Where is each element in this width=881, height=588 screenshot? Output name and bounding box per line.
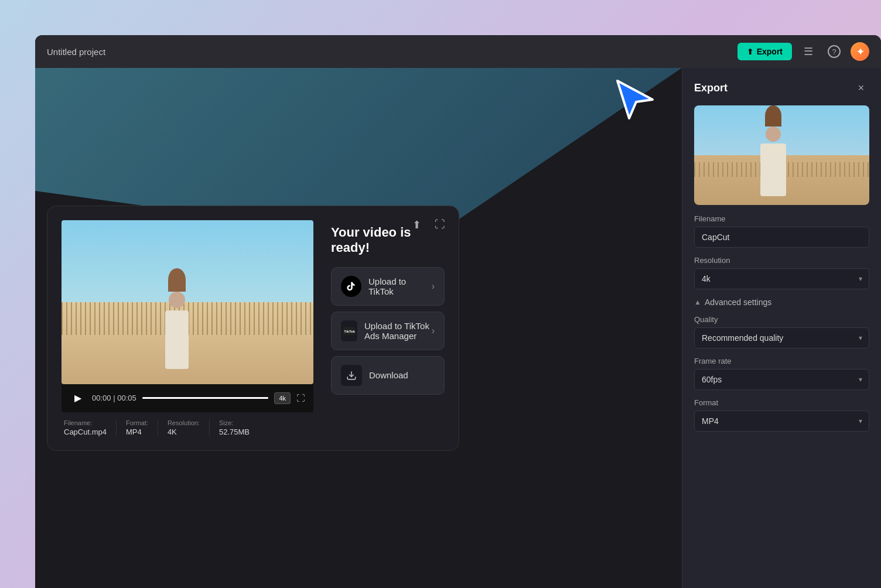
thumb-scene bbox=[694, 105, 869, 205]
tiktok-ads-icon: TikTok bbox=[341, 320, 357, 341]
chevron-right-icon-2: › bbox=[432, 326, 435, 336]
play-icon: ▶ bbox=[74, 392, 81, 404]
close-icon: × bbox=[858, 82, 865, 94]
export-button[interactable]: ⬆ Export bbox=[737, 43, 792, 60]
tiktok-icon bbox=[341, 276, 361, 297]
player-fullscreen-button[interactable]: ⛶ bbox=[296, 393, 305, 403]
framerate-select[interactable]: 60fps bbox=[694, 369, 869, 390]
download-icon bbox=[341, 365, 362, 386]
top-bar-actions: ⬆ Export ☰ ? ✦ bbox=[737, 42, 869, 61]
play-button[interactable]: ▶ bbox=[70, 390, 86, 406]
advanced-settings-toggle[interactable]: ▲ Advanced settings bbox=[694, 298, 771, 307]
progress-bar[interactable] bbox=[142, 397, 269, 399]
modal-overlay: ⬆ ⛶ bbox=[47, 80, 459, 576]
export-panel-header: Export × bbox=[694, 80, 869, 96]
format-select-wrapper: MP4 ▾ bbox=[694, 411, 869, 432]
filename-info: Filename: CapCut.mp4 bbox=[64, 419, 107, 436]
upload-tiktok-label: Upload to TikTok bbox=[368, 276, 432, 296]
size-value: 52.75MB bbox=[219, 428, 250, 436]
filename-value: CapCut.mp4 bbox=[64, 428, 107, 436]
menu-icon: ☰ bbox=[804, 45, 813, 58]
upload-tiktok-ads-left: TikTok Upload to TikTok Ads Manager bbox=[341, 320, 432, 341]
size-label: Size: bbox=[219, 419, 250, 426]
resolution-label: Resolution: bbox=[168, 419, 200, 426]
resolution-value: 4K bbox=[168, 428, 200, 436]
project-title: Untitled project bbox=[47, 47, 105, 57]
resolution-info: Resolution: 4K bbox=[168, 419, 200, 436]
help-icon: ? bbox=[828, 45, 841, 58]
upload-tiktok-button[interactable]: Upload to TikTok › bbox=[331, 267, 445, 306]
upload-tiktok-left: Upload to TikTok bbox=[341, 276, 432, 297]
player-controls: ▶ 00:00 | 00:05 4k bbox=[62, 384, 313, 412]
upload-tiktok-ads-button[interactable]: TikTok Upload to TikTok Ads Manager › bbox=[331, 312, 445, 350]
player-fullscreen-icon: ⛶ bbox=[296, 393, 305, 403]
time-display: 00:00 | 00:05 bbox=[92, 394, 136, 402]
share-icon-button[interactable]: ⬆ bbox=[407, 216, 426, 234]
thumb-person-hair bbox=[765, 105, 781, 127]
svg-text:TikTok: TikTok bbox=[344, 329, 355, 333]
framerate-field-label: Frame rate bbox=[694, 357, 869, 365]
size-info: Size: 52.75MB bbox=[219, 419, 250, 436]
resolution-select-wrapper: 4k ▾ bbox=[694, 268, 869, 289]
avatar-icon: ✦ bbox=[856, 46, 864, 57]
person-hair bbox=[168, 268, 186, 292]
close-button[interactable]: × bbox=[853, 80, 869, 96]
scene-bg bbox=[62, 220, 313, 384]
thumb-person-head bbox=[766, 127, 781, 142]
preview-thumbnail bbox=[694, 105, 869, 205]
framerate-select-wrapper: 60fps ▾ bbox=[694, 369, 869, 390]
top-bar: Untitled project ⬆ Export ☰ ? ✦ bbox=[35, 35, 881, 68]
app-window: Untitled project ⬆ Export ☰ ? ✦ bbox=[35, 35, 881, 588]
avatar-button[interactable]: ✦ bbox=[851, 42, 869, 61]
card-body: ▶ 00:00 | 00:05 4k bbox=[62, 220, 445, 436]
quality-select-wrapper: Recommended quality ▾ bbox=[694, 327, 869, 348]
fullscreen-icon-button[interactable]: ⛶ bbox=[431, 216, 449, 234]
filename-input[interactable] bbox=[694, 227, 869, 248]
person-head bbox=[169, 292, 185, 308]
export-button-label: Export bbox=[757, 47, 783, 56]
format-value: MP4 bbox=[126, 428, 148, 436]
advanced-settings-label: Advanced settings bbox=[705, 298, 771, 307]
card-header-icons: ⬆ ⛶ bbox=[407, 216, 449, 234]
quality-field-label: Quality bbox=[694, 315, 869, 324]
ready-card: ⬆ ⛶ bbox=[47, 206, 459, 451]
format-info: Format: MP4 bbox=[126, 419, 148, 436]
export-panel: Export × Filename bbox=[682, 68, 881, 588]
help-button[interactable]: ? bbox=[825, 42, 844, 61]
info-divider-1 bbox=[116, 419, 117, 436]
video-preview bbox=[62, 220, 313, 384]
chevron-right-icon-1: › bbox=[432, 281, 435, 292]
filename-field-label: Filename bbox=[694, 214, 869, 223]
progress-fill bbox=[142, 397, 269, 399]
menu-button[interactable]: ☰ bbox=[799, 42, 818, 61]
quality-select[interactable]: Recommended quality bbox=[694, 327, 869, 348]
info-divider-3 bbox=[209, 419, 210, 436]
fullscreen-icon: ⛶ bbox=[435, 218, 445, 231]
format-label: Format: bbox=[126, 419, 148, 426]
total-time: 00:05 bbox=[117, 394, 136, 402]
share-icon: ⬆ bbox=[412, 218, 421, 231]
main-content: ⬆ ⛶ bbox=[35, 68, 881, 588]
export-panel-title: Export bbox=[694, 82, 728, 94]
download-left: Download bbox=[341, 365, 408, 386]
export-upload-icon: ⬆ bbox=[747, 47, 753, 56]
video-info: Filename: CapCut.mp4 Format: MP4 bbox=[62, 419, 313, 436]
format-select[interactable]: MP4 bbox=[694, 411, 869, 432]
video-player: ▶ 00:00 | 00:05 4k bbox=[62, 220, 313, 436]
thumb-person bbox=[756, 121, 791, 197]
format-field-label: Format bbox=[694, 398, 869, 407]
quality-badge: 4k bbox=[274, 392, 291, 404]
resolution-field-label: Resolution bbox=[694, 256, 869, 265]
thumb-person-body bbox=[760, 143, 786, 196]
current-time: 00:00 bbox=[92, 394, 111, 402]
info-divider-2 bbox=[158, 419, 158, 436]
filename-label: Filename: bbox=[64, 419, 107, 426]
person-body bbox=[165, 310, 189, 369]
download-button[interactable]: Download bbox=[331, 356, 445, 395]
ready-content: Your video is ready! Upload to bbox=[331, 220, 445, 436]
advanced-chevron-icon: ▲ bbox=[694, 298, 701, 306]
upload-tiktok-ads-label: Upload to TikTok Ads Manager bbox=[364, 321, 432, 341]
download-label: Download bbox=[369, 370, 408, 380]
resolution-select[interactable]: 4k bbox=[694, 268, 869, 289]
scene-person bbox=[162, 286, 192, 368]
